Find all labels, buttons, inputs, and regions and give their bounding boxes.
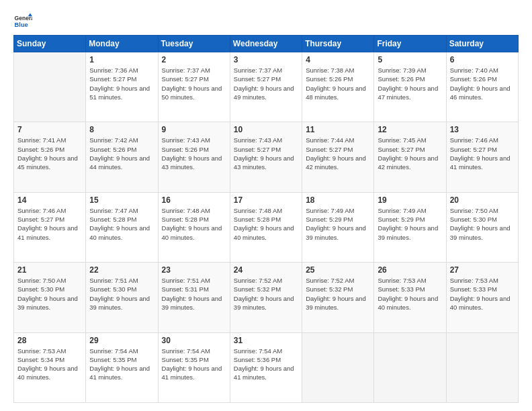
calendar-cell: 1Sunrise: 7:36 AMSunset: 5:27 PMDaylight…	[86, 52, 158, 122]
day-number: 30	[162, 336, 226, 345]
calendar-cell: 5Sunrise: 7:39 AMSunset: 5:26 PMDaylight…	[374, 52, 446, 122]
calendar-cell	[374, 332, 446, 402]
calendar-cell	[446, 332, 518, 402]
calendar-cell: 18Sunrise: 7:49 AMSunset: 5:29 PMDayligh…	[302, 192, 374, 262]
calendar-week-row: 1Sunrise: 7:36 AMSunset: 5:27 PMDaylight…	[14, 52, 519, 122]
calendar-week-row: 14Sunrise: 7:46 AMSunset: 5:27 PMDayligh…	[14, 192, 519, 262]
day-number: 7	[17, 125, 82, 134]
day-number: 6	[450, 55, 515, 64]
day-number: 14	[17, 195, 82, 205]
day-sun-info: Sunrise: 7:39 AMSunset: 5:26 PMDaylight:…	[378, 66, 442, 101]
day-sun-info: Sunrise: 7:40 AMSunset: 5:26 PMDaylight:…	[450, 66, 515, 101]
weekday-header: Sunday	[14, 36, 86, 52]
logo-icon: General Blue	[13, 12, 32, 31]
calendar-cell: 14Sunrise: 7:46 AMSunset: 5:27 PMDayligh…	[14, 192, 86, 262]
calendar-cell: 8Sunrise: 7:42 AMSunset: 5:26 PMDaylight…	[86, 122, 158, 192]
day-sun-info: Sunrise: 7:46 AMSunset: 5:27 PMDaylight:…	[450, 136, 515, 171]
day-sun-info: Sunrise: 7:41 AMSunset: 5:26 PMDaylight:…	[17, 136, 82, 171]
day-sun-info: Sunrise: 7:43 AMSunset: 5:27 PMDaylight:…	[234, 136, 298, 171]
day-sun-info: Sunrise: 7:45 AMSunset: 5:27 PMDaylight:…	[378, 136, 442, 171]
calendar-week-row: 21Sunrise: 7:50 AMSunset: 5:30 PMDayligh…	[14, 263, 519, 332]
day-sun-info: Sunrise: 7:47 AMSunset: 5:28 PMDaylight:…	[89, 206, 154, 242]
calendar-cell: 19Sunrise: 7:49 AMSunset: 5:29 PMDayligh…	[374, 192, 446, 262]
calendar-week-row: 7Sunrise: 7:41 AMSunset: 5:26 PMDaylight…	[14, 122, 519, 192]
day-number: 21	[17, 265, 82, 275]
calendar-cell: 7Sunrise: 7:41 AMSunset: 5:26 PMDaylight…	[14, 122, 86, 192]
day-sun-info: Sunrise: 7:46 AMSunset: 5:27 PMDaylight:…	[17, 206, 82, 242]
calendar-cell: 6Sunrise: 7:40 AMSunset: 5:26 PMDaylight…	[446, 52, 518, 122]
logo: General Blue	[13, 12, 34, 31]
day-number: 25	[306, 265, 370, 275]
day-sun-info: Sunrise: 7:37 AMSunset: 5:27 PMDaylight:…	[162, 66, 226, 101]
day-number: 1	[89, 55, 154, 64]
header: General Blue	[13, 12, 519, 31]
day-sun-info: Sunrise: 7:38 AMSunset: 5:26 PMDaylight:…	[306, 66, 370, 101]
day-sun-info: Sunrise: 7:49 AMSunset: 5:29 PMDaylight:…	[378, 206, 442, 242]
day-number: 23	[162, 265, 226, 275]
day-number: 4	[306, 55, 370, 64]
calendar-cell: 29Sunrise: 7:54 AMSunset: 5:35 PMDayligh…	[86, 332, 158, 402]
calendar-cell: 24Sunrise: 7:52 AMSunset: 5:32 PMDayligh…	[230, 263, 302, 332]
day-sun-info: Sunrise: 7:49 AMSunset: 5:29 PMDaylight:…	[306, 206, 370, 242]
day-number: 24	[234, 265, 298, 275]
day-number: 29	[89, 336, 154, 345]
day-sun-info: Sunrise: 7:48 AMSunset: 5:28 PMDaylight:…	[162, 206, 226, 242]
day-number: 8	[89, 125, 154, 134]
day-number: 11	[306, 125, 370, 134]
day-sun-info: Sunrise: 7:48 AMSunset: 5:28 PMDaylight:…	[234, 206, 298, 242]
day-sun-info: Sunrise: 7:52 AMSunset: 5:32 PMDaylight:…	[306, 276, 370, 312]
day-sun-info: Sunrise: 7:43 AMSunset: 5:26 PMDaylight:…	[162, 136, 226, 171]
weekday-header: Friday	[374, 36, 446, 52]
calendar-cell: 22Sunrise: 7:51 AMSunset: 5:30 PMDayligh…	[86, 263, 158, 332]
calendar-cell	[14, 52, 86, 122]
day-sun-info: Sunrise: 7:53 AMSunset: 5:34 PMDaylight:…	[17, 347, 82, 382]
day-number: 16	[162, 195, 226, 205]
day-sun-info: Sunrise: 7:52 AMSunset: 5:32 PMDaylight:…	[234, 276, 298, 312]
day-sun-info: Sunrise: 7:44 AMSunset: 5:27 PMDaylight:…	[306, 136, 370, 171]
calendar-week-row: 28Sunrise: 7:53 AMSunset: 5:34 PMDayligh…	[14, 332, 519, 402]
day-sun-info: Sunrise: 7:53 AMSunset: 5:33 PMDaylight:…	[378, 276, 442, 312]
calendar-cell: 10Sunrise: 7:43 AMSunset: 5:27 PMDayligh…	[230, 122, 302, 192]
calendar-cell: 23Sunrise: 7:51 AMSunset: 5:31 PMDayligh…	[158, 263, 230, 332]
calendar-cell: 4Sunrise: 7:38 AMSunset: 5:26 PMDaylight…	[302, 52, 374, 122]
day-number: 10	[234, 125, 298, 134]
calendar-page: General Blue SundayMondayTuesdayWednesda…	[0, 0, 532, 411]
calendar-cell: 28Sunrise: 7:53 AMSunset: 5:34 PMDayligh…	[14, 332, 86, 402]
day-number: 26	[378, 265, 442, 275]
calendar-cell: 2Sunrise: 7:37 AMSunset: 5:27 PMDaylight…	[158, 52, 230, 122]
day-number: 19	[378, 195, 442, 205]
day-sun-info: Sunrise: 7:54 AMSunset: 5:35 PMDaylight:…	[162, 347, 226, 382]
calendar-cell: 25Sunrise: 7:52 AMSunset: 5:32 PMDayligh…	[302, 263, 374, 332]
day-sun-info: Sunrise: 7:36 AMSunset: 5:27 PMDaylight:…	[89, 66, 154, 101]
calendar-cell: 11Sunrise: 7:44 AMSunset: 5:27 PMDayligh…	[302, 122, 374, 192]
weekday-header: Monday	[86, 36, 158, 52]
day-sun-info: Sunrise: 7:54 AMSunset: 5:36 PMDaylight:…	[234, 347, 298, 382]
day-sun-info: Sunrise: 7:37 AMSunset: 5:27 PMDaylight:…	[234, 66, 298, 101]
day-number: 22	[89, 265, 154, 275]
weekday-header: Thursday	[302, 36, 374, 52]
day-number: 31	[234, 336, 298, 345]
day-sun-info: Sunrise: 7:42 AMSunset: 5:26 PMDaylight:…	[89, 136, 154, 171]
calendar-cell: 30Sunrise: 7:54 AMSunset: 5:35 PMDayligh…	[158, 332, 230, 402]
weekday-header: Wednesday	[230, 36, 302, 52]
svg-text:Blue: Blue	[15, 21, 28, 28]
calendar-cell: 31Sunrise: 7:54 AMSunset: 5:36 PMDayligh…	[230, 332, 302, 402]
weekday-header: Tuesday	[158, 36, 230, 52]
day-number: 9	[162, 125, 226, 134]
day-number: 27	[450, 265, 515, 275]
calendar-cell	[302, 332, 374, 402]
weekday-header-row: SundayMondayTuesdayWednesdayThursdayFrid…	[14, 36, 519, 52]
day-sun-info: Sunrise: 7:50 AMSunset: 5:30 PMDaylight:…	[17, 276, 82, 312]
day-number: 20	[450, 195, 515, 205]
calendar-cell: 27Sunrise: 7:53 AMSunset: 5:33 PMDayligh…	[446, 263, 518, 332]
weekday-header: Saturday	[446, 36, 518, 52]
calendar-cell: 20Sunrise: 7:50 AMSunset: 5:30 PMDayligh…	[446, 192, 518, 262]
day-sun-info: Sunrise: 7:51 AMSunset: 5:31 PMDaylight:…	[162, 276, 226, 312]
day-number: 18	[306, 195, 370, 205]
day-number: 5	[378, 55, 442, 64]
day-number: 15	[89, 195, 154, 205]
calendar-cell: 16Sunrise: 7:48 AMSunset: 5:28 PMDayligh…	[158, 192, 230, 262]
calendar-cell: 26Sunrise: 7:53 AMSunset: 5:33 PMDayligh…	[374, 263, 446, 332]
day-sun-info: Sunrise: 7:50 AMSunset: 5:30 PMDaylight:…	[450, 206, 515, 242]
calendar-cell: 15Sunrise: 7:47 AMSunset: 5:28 PMDayligh…	[86, 192, 158, 262]
